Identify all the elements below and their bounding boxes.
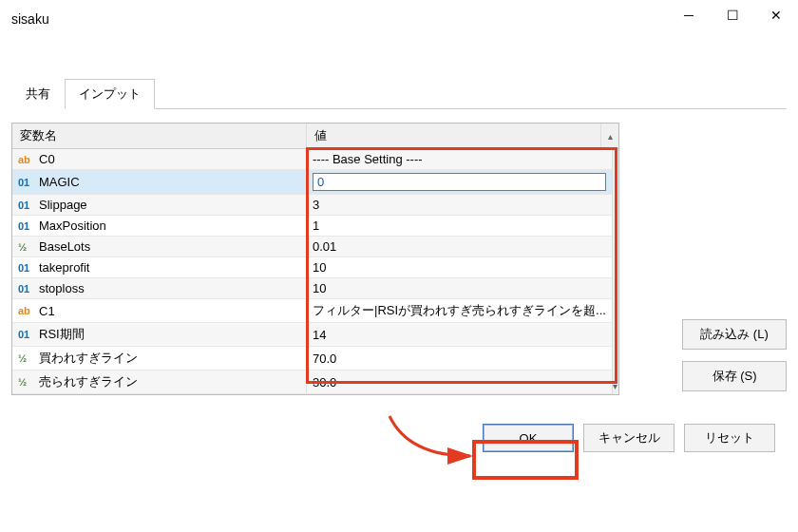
name-cell: 買われすぎライン [39,350,138,367]
name-cell: 売られすぎライン [39,373,138,390]
value-cell: 0.01 [313,239,336,254]
name-cell: Slippage [39,198,87,212]
type-icon: 01 [18,329,33,340]
type-icon: 01 [18,177,33,188]
vertical-scrollbar[interactable]: ▾ [612,149,618,394]
table-row[interactable]: ½買われすぎライン70.0 [12,347,612,370]
maximize-button[interactable]: ☐ [711,0,754,30]
value-cell: 14 [313,328,326,342]
value-cell: 3 [313,198,319,212]
value-input[interactable] [313,173,606,191]
scroll-down-icon[interactable]: ▾ [613,378,618,394]
name-cell: BaseLots [39,239,90,254]
name-cell: C0 [39,152,55,166]
table-row[interactable]: ½BaseLots0.01 [12,237,612,257]
type-icon: ab [18,305,33,316]
cancel-button[interactable]: キャンセル [583,424,674,452]
table-row[interactable]: 01stoploss10 [12,278,612,299]
table-row[interactable]: abC1フィルター|RSIが買われすぎ売られすぎラインを超... [12,299,612,323]
type-icon: 01 [18,200,33,211]
parameter-grid: 変数名 値 ▴ abC0---- Base Setting ----01MAGI… [11,123,619,395]
col-header-value[interactable]: 値 [307,124,601,148]
value-cell: 70.0 [313,352,336,366]
name-cell: MaxPosition [39,218,106,233]
minimize-button[interactable]: ─ [667,0,711,30]
value-cell: 10 [313,281,326,295]
value-cell: フィルター|RSIが買われすぎ売られすぎラインを超... [313,302,606,319]
type-icon: 01 [18,283,33,294]
type-icon: ab [18,154,33,165]
type-icon: 01 [18,262,33,274]
name-cell: RSI期間 [39,326,85,343]
table-row[interactable]: 01MAGIC [12,170,612,195]
value-cell: 30.0 [313,375,336,390]
ok-button[interactable]: OK [483,424,574,452]
name-cell: stoploss [39,281,85,295]
type-icon: ½ [18,352,33,364]
table-row[interactable]: ½売られすぎライン30.0 [12,370,612,394]
type-icon: ½ [18,376,33,388]
scroll-up-icon[interactable]: ▴ [601,124,618,148]
tab-input[interactable]: インプット [65,79,155,109]
table-row[interactable]: 01MaxPosition1 [12,216,612,237]
name-cell: takeprofit [39,260,89,275]
table-row[interactable]: 01takeprofit10 [12,257,612,278]
name-cell: MAGIC [39,175,80,189]
tab-share[interactable]: 共有 [11,79,65,109]
type-icon: ½ [18,241,33,253]
col-header-name[interactable]: 変数名 [12,124,307,148]
table-row[interactable]: 01Slippage3 [12,195,612,216]
window-title: sisaku [11,11,49,27]
value-cell: ---- Base Setting ---- [313,152,423,166]
reset-button[interactable]: リセット [684,424,775,452]
value-cell: 1 [313,218,319,233]
table-row[interactable]: abC0---- Base Setting ---- [12,149,612,170]
type-icon: 01 [18,220,33,232]
value-cell: 10 [313,260,326,275]
save-button[interactable]: 保存 (S) [682,361,787,391]
table-row[interactable]: 01RSI期間14 [12,323,612,347]
name-cell: C1 [39,304,55,318]
load-button[interactable]: 読み込み (L) [682,319,787,350]
close-button[interactable]: ✕ [754,0,798,30]
